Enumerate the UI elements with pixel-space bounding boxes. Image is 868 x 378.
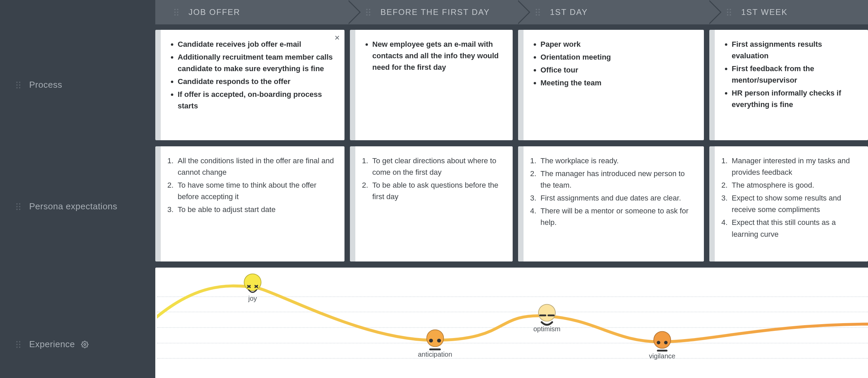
- process-card-first-day[interactable]: Paper work Orientation meeting Office to…: [518, 30, 704, 140]
- row-label-expectations[interactable]: Persona expectations: [16, 201, 117, 212]
- anticipation-face-icon: [426, 330, 444, 347]
- stage-header-row: JOB OFFER BEFORE THE FIRST DAY 1ST DAY 1…: [155, 0, 868, 24]
- experience-chart[interactable]: joy anticipation optimism vigilance: [155, 268, 868, 378]
- drag-handle-icon[interactable]: [16, 203, 23, 210]
- svg-point-2: [437, 339, 441, 342]
- process-item: First assignments results evaluation: [732, 39, 859, 62]
- stage-label: 1ST WEEK: [741, 7, 788, 17]
- expectation-item: All the conditions listed in the offer a…: [176, 155, 335, 178]
- svg-point-6: [657, 341, 660, 344]
- drag-handle-icon[interactable]: [16, 341, 23, 348]
- drag-handle-icon[interactable]: [174, 9, 181, 16]
- gear-icon[interactable]: [81, 341, 88, 348]
- row-label-process[interactable]: Process: [16, 79, 62, 91]
- row-label-text: Experience: [29, 339, 75, 350]
- process-card-first-week[interactable]: First assignments results evaluation Fir…: [709, 30, 868, 140]
- process-item: Paper work: [540, 39, 694, 50]
- journey-map-main: JOB OFFER BEFORE THE FIRST DAY 1ST DAY 1…: [155, 0, 868, 378]
- vigilance-face-icon: [653, 331, 671, 349]
- expectations-card-before-first-day[interactable]: To get clear directions about where to c…: [350, 146, 513, 261]
- expectation-item: To be able to ask questions before the f…: [370, 180, 503, 203]
- row-label-text: Persona expectations: [29, 201, 117, 212]
- drag-handle-icon[interactable]: [727, 9, 734, 16]
- svg-point-1: [429, 339, 433, 342]
- expectations-card-first-day[interactable]: The workplace is ready. The manager has …: [518, 146, 704, 261]
- expectation-item: The atmosphere is good.: [730, 180, 859, 191]
- process-item: Candidate receives job offer e-mail: [178, 39, 335, 50]
- stage-first-week[interactable]: 1ST WEEK: [708, 0, 868, 24]
- expectation-item: First assignments and due dates are clea…: [538, 192, 694, 204]
- process-row: × Candidate receives job offer e-mail Ad…: [155, 24, 868, 141]
- emotion-point-optimism[interactable]: optimism: [533, 304, 560, 333]
- emotion-point-anticipation[interactable]: anticipation: [418, 330, 452, 358]
- expectations-row: All the conditions listed in the offer a…: [155, 141, 868, 262]
- process-item: Office tour: [540, 64, 694, 76]
- expectation-item: To be able to adjust start date: [176, 204, 335, 215]
- expectation-item: Expect that this still counts as a learn…: [730, 217, 859, 240]
- row-label-text: Process: [29, 79, 62, 91]
- experience-curve: [157, 268, 868, 378]
- process-item: HR person informally checks if everythin…: [732, 87, 859, 110]
- svg-point-0: [84, 343, 86, 345]
- row-labels-sidebar: Process Persona expectations Experience: [0, 0, 155, 378]
- process-card-job-offer[interactable]: × Candidate receives job offer e-mail Ad…: [155, 30, 344, 140]
- expectations-card-job-offer[interactable]: All the conditions listed in the offer a…: [155, 146, 344, 261]
- stage-first-day[interactable]: 1ST DAY: [517, 0, 708, 24]
- stage-label: JOB OFFER: [189, 7, 240, 17]
- joy-face-icon: [244, 274, 261, 291]
- row-label-experience[interactable]: Experience: [16, 339, 88, 350]
- emotion-point-vigilance[interactable]: vigilance: [649, 331, 675, 360]
- close-icon[interactable]: ×: [335, 33, 340, 42]
- optimism-face-icon: [538, 304, 556, 322]
- expectation-item: To have some time to think about the off…: [176, 180, 335, 203]
- expectation-item: To get clear directions about where to c…: [370, 155, 503, 178]
- app-root: Process Persona expectations Experience …: [0, 0, 868, 378]
- expectation-item: The manager has introduced new person to…: [538, 168, 694, 191]
- process-item: First feedback from the mentor/superviso…: [732, 63, 859, 86]
- process-item: Orientation meeting: [540, 51, 694, 63]
- drag-handle-icon[interactable]: [16, 82, 23, 88]
- process-item: New employee gets an e-mail with contact…: [372, 39, 503, 73]
- process-item: Meeting the team: [540, 77, 694, 89]
- expectation-item: Expect to show some results and receive …: [730, 192, 859, 215]
- process-item: Additionally recruitment team member cal…: [178, 51, 335, 75]
- process-card-before-first-day[interactable]: New employee gets an e-mail with contact…: [350, 30, 513, 140]
- stage-job-offer[interactable]: JOB OFFER: [155, 0, 347, 24]
- expectation-item: The workplace is ready.: [538, 155, 694, 167]
- svg-point-7: [664, 341, 668, 344]
- expectation-item: Manager interested in my tasks and provi…: [730, 155, 859, 178]
- process-item: Candidate responds to the offer: [178, 76, 335, 87]
- expectation-item: There will be a mentor or someone to ask…: [538, 205, 694, 228]
- stage-before-first-day[interactable]: BEFORE THE FIRST DAY: [347, 0, 517, 24]
- drag-handle-icon[interactable]: [536, 9, 542, 16]
- stage-label: 1ST DAY: [550, 7, 588, 17]
- emotion-point-joy[interactable]: joy: [244, 274, 261, 302]
- expectations-card-first-week[interactable]: Manager interested in my tasks and provi…: [709, 146, 868, 261]
- stage-label: BEFORE THE FIRST DAY: [380, 7, 490, 17]
- drag-handle-icon[interactable]: [366, 9, 373, 16]
- process-item: If offer is accepted, on-boarding proces…: [178, 89, 335, 112]
